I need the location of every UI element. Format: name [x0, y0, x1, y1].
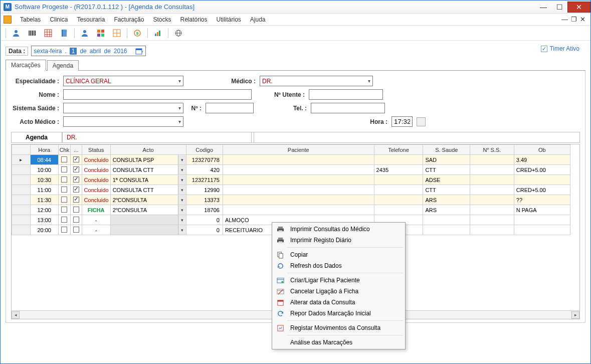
acto-dropdown-button[interactable]: ▾	[178, 155, 186, 164]
mdi-restore-button[interactable]: ❐	[571, 16, 577, 23]
undo-icon	[275, 309, 285, 317]
menu-stocks[interactable]: Stocks	[148, 15, 175, 25]
chevron-down-icon: ▾	[368, 78, 370, 84]
nome-input[interactable]	[63, 89, 252, 100]
mdi-minimize-button[interactable]: —	[561, 16, 568, 23]
toolbar-user2-button[interactable]	[78, 27, 92, 39]
hora-button[interactable]	[417, 117, 426, 126]
svg-rect-13	[63, 30, 67, 37]
menu-ajuda[interactable]: Ajuda	[246, 15, 270, 25]
minimize-button[interactable]: —	[535, 2, 551, 13]
menu-tesouraria[interactable]: Tesouraria	[72, 15, 109, 25]
timer-ativo-checkbox[interactable]: ✓ Timer Ativo	[541, 45, 579, 52]
context-menu[interactable]: Imprimir Consultas do MédicoImprimir Reg…	[272, 222, 406, 349]
chevron-down-icon: ▾	[178, 119, 181, 124]
svg-rect-31	[136, 49, 142, 50]
row-chk[interactable]	[61, 207, 67, 213]
medico-select[interactable]: DR.▾	[260, 76, 373, 86]
svg-rect-39	[279, 253, 283, 258]
tab-marcacoes[interactable]: Marcações	[6, 60, 46, 71]
acto-dropdown-button[interactable]: ▾	[178, 165, 186, 174]
hora-input[interactable]	[391, 116, 413, 127]
row-dots[interactable]	[73, 227, 79, 233]
acto-dropdown-button[interactable]: ▾	[178, 195, 186, 205]
context-menu-item[interactable]: Repor Dados Marcação Inicial	[273, 308, 404, 319]
table-row[interactable]: 11:00ConcluidoCONSULTA CTT▾12990CTTCRED+…	[12, 185, 570, 195]
acto-dropdown-button[interactable]: ▾	[178, 175, 186, 185]
row-dots[interactable]	[73, 166, 79, 172]
tel-input[interactable]	[311, 103, 385, 113]
menu-facturacao[interactable]: Facturação	[109, 15, 148, 25]
menu-clinica[interactable]: Clinica	[45, 15, 72, 25]
especialidade-select[interactable]: CLÍNICA GERAL▾	[63, 76, 183, 86]
context-menu-item[interactable]: Registar Movimentos da Consulta	[273, 322, 404, 333]
toolbar-signal-button[interactable]	[151, 27, 165, 39]
table-row[interactable]: ▸08:44ConcluidoCONSULTA PSP▾123270778SAD…	[12, 155, 570, 165]
acto-dropdown-button[interactable]: ▾	[178, 225, 186, 235]
mdi-close-button[interactable]: ✕	[580, 16, 585, 23]
table-row[interactable]: 12:00FICHA2ºCONSULTA▾18706ARSN PAGA	[12, 205, 570, 215]
svg-point-0	[15, 30, 18, 33]
row-chk[interactable]	[61, 166, 67, 172]
row-dots[interactable]	[73, 197, 79, 203]
acto-dropdown-button[interactable]: ▾	[178, 205, 186, 215]
calendar-icon[interactable]	[135, 47, 143, 55]
toolbar-grid-orange-button[interactable]	[110, 27, 124, 39]
row-dots[interactable]	[73, 207, 79, 213]
row-chk[interactable]	[61, 197, 67, 203]
row-chk[interactable]	[61, 176, 67, 183]
utente-input[interactable]	[309, 89, 383, 100]
context-menu-item[interactable]: Criar/Ligar Ficha Paciente	[273, 275, 404, 286]
toolbar-book-button[interactable]	[57, 27, 71, 39]
toolbar-barcode-button[interactable]	[25, 27, 39, 39]
toolbar-grid-button[interactable]	[41, 27, 55, 39]
row-dots[interactable]	[73, 187, 79, 193]
date-picker[interactable]: sexta-feira . 1 de abril de 2016	[31, 46, 145, 56]
acto-dropdown-button[interactable]: ▾	[178, 185, 186, 195]
tab-agenda[interactable]: Agenda	[47, 60, 79, 71]
row-chk[interactable]	[61, 217, 67, 223]
svg-rect-18	[101, 34, 104, 37]
context-menu-label: Criar/Ligar Ficha Paciente	[290, 277, 360, 284]
context-menu-label: Cancelar Ligação á Ficha	[290, 288, 358, 295]
row-chk[interactable]	[61, 227, 67, 233]
toolbar-money-button[interactable]: $	[130, 27, 144, 39]
context-menu-item[interactable]: Copiar	[273, 249, 404, 260]
context-menu-item[interactable]: Cancelar Ligação á Ficha	[273, 286, 404, 297]
context-menu-item[interactable]: Imprimir Consultas do Médico	[273, 224, 404, 235]
context-menu-item[interactable]: Análise das Marcações	[273, 337, 404, 348]
workspace: Data : sexta-feira . 1 de abril de 2016 …	[1, 41, 590, 328]
row-dots[interactable]	[73, 217, 79, 223]
sistema-select[interactable]: ▾	[63, 103, 183, 113]
close-button[interactable]: ✕	[567, 2, 590, 13]
toolbar-globe-button[interactable]	[171, 27, 185, 39]
context-menu-item[interactable]: Refresh dos Dados	[273, 260, 404, 271]
table-row[interactable]: 10:30Concluido1ª CONSULTA▾123271175ADSE	[12, 175, 570, 185]
num-input[interactable]	[206, 103, 254, 113]
table-row[interactable]: 10:00ConcluidoCONSULTA CTT▾4202435CTTCRE…	[12, 165, 570, 175]
toolbar-user-button[interactable]	[9, 27, 23, 39]
scroll-right-button[interactable]: ▸	[571, 311, 579, 319]
svg-rect-15	[97, 30, 100, 33]
row-chk[interactable]	[61, 187, 67, 193]
context-menu-item[interactable]: Alterar data da Consulta	[273, 297, 404, 308]
acto-select[interactable]: ▾	[63, 116, 183, 127]
acto-dropdown-button[interactable]: ▾	[178, 215, 186, 225]
maximize-button[interactable]: ☐	[551, 2, 567, 13]
toolbar-grid-color-button[interactable]	[94, 27, 108, 39]
svg-rect-4	[32, 31, 33, 36]
menubar: Tabelas Clinica Tesouraria Facturação St…	[1, 14, 590, 26]
row-dots[interactable]	[73, 156, 79, 162]
menu-utilitarios[interactable]: Utilitários	[212, 15, 246, 25]
utente-label: Nº Utente :	[256, 91, 305, 98]
menu-relatorios[interactable]: Relatórios	[175, 15, 212, 25]
context-menu-item[interactable]: Imprimir Registo Diário	[273, 235, 404, 246]
row-dots[interactable]	[73, 176, 79, 183]
menu-tabelas[interactable]: Tabelas	[16, 15, 45, 25]
svg-rect-47	[277, 300, 283, 301]
scroll-left-button[interactable]: ◂	[12, 311, 20, 319]
row-chk[interactable]	[61, 156, 67, 162]
table-row[interactable]: 11:30Concluido2ºCONSULTA▾13373ARS??	[12, 195, 570, 205]
nome-label: Nome :	[11, 91, 59, 98]
svg-rect-16	[101, 30, 104, 33]
